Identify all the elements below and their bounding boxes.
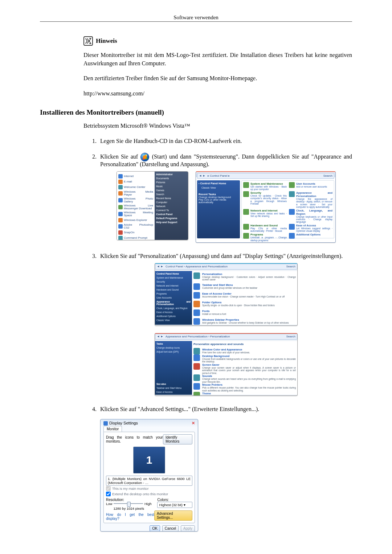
start-item[interactable]: Windows Explorer: [118, 218, 153, 222]
sidebar-link[interactable]: Ease of Access: [156, 311, 191, 313]
cp-category[interactable]: Network and InternetView network status …: [243, 209, 287, 223]
note-url: http://www.samsung.com/: [83, 89, 352, 98]
sidebar-link[interactable]: Change desktop icons: [156, 346, 191, 349]
start-right-item[interactable]: Network: [156, 205, 187, 208]
sidebar-link[interactable]: Control Panel Home: [156, 272, 191, 275]
start-right-item[interactable]: Music: [156, 185, 187, 188]
category-icon: [243, 224, 249, 230]
start-right-item[interactable]: Pictures: [156, 181, 187, 184]
address-bar[interactable]: ◄ ►Control Panel › Appearance and Person…: [155, 264, 297, 270]
entry-icon: [193, 383, 200, 390]
category-icon: [289, 209, 295, 215]
start-right-item[interactable]: Games: [156, 189, 187, 192]
step-2: Klicken Sie auf (Start) und dann "System…: [98, 153, 352, 243]
ok-button[interactable]: OK: [150, 525, 160, 532]
pers-entry[interactable]: Mouse PointersPick a different mouse poi…: [193, 383, 296, 392]
pers-entry[interactable]: Desktop BackgroundChoose from available …: [193, 354, 296, 363]
sidebar-link[interactable]: Adjust font size (DPI): [156, 350, 191, 353]
sidebar-link[interactable]: User Accounts: [156, 296, 191, 299]
sidebar-link[interactable]: Hardware and Sound: [156, 288, 191, 291]
cp-category[interactable]: Hardware and SoundPlay CDs or other medi…: [243, 224, 287, 232]
help-link[interactable]: How do I get the best display?: [106, 513, 154, 521]
colors-select[interactable]: Highest (32 bit) ▾: [157, 502, 192, 508]
step-4: Klicken Sie auf "Advanced Settings..." (…: [98, 406, 352, 532]
recent-task[interactable]: Play CDs or other media: [199, 198, 238, 201]
ap-entry[interactable]: FontsInstall or remove a font: [193, 309, 296, 316]
ap-entry[interactable]: Ease of Access CenterAccommodate low vis…: [193, 292, 296, 299]
start-right-item[interactable]: Recent Items: [156, 197, 187, 200]
monitor-preview[interactable]: 1: [133, 447, 165, 473]
start-item[interactable]: Windows Live Messenger Download: [118, 204, 153, 210]
start-item[interactable]: Windows Meeting Space: [118, 211, 153, 217]
sidebar-link[interactable]: Classic View: [156, 319, 191, 321]
start-right-item[interactable]: Search: [156, 193, 187, 196]
start-right-item[interactable]: Control Panel: [156, 213, 187, 216]
cp-category[interactable]: ProgramsUninstall a program · Change sta…: [243, 233, 287, 241]
start-item[interactable]: Internet: [118, 174, 153, 178]
cp-category[interactable]: Ease of AccessLet Windows suggest settin…: [289, 224, 332, 232]
ap-entry[interactable]: Taskbar and Start MenuCustomize and grou…: [193, 283, 296, 290]
sidebar-link[interactable]: Ease of Access: [156, 391, 191, 393]
cp-category[interactable]: User AccountsAdd or remove user accounts: [289, 182, 332, 190]
cp-category[interactable]: Appearance and PersonalizationChange the…: [289, 191, 332, 208]
start-item[interactable]: E-mail: [118, 180, 153, 184]
extend-desktop-checkbox[interactable]: Extend the desktop onto this monitor: [106, 492, 192, 496]
sidebar-link[interactable]: Security: [156, 280, 191, 283]
start-item[interactable]: Windows Media Player: [118, 190, 153, 196]
start-item[interactable]: Adobe Photoshop CS2: [118, 223, 153, 229]
pers-sidebar: Tasks Change desktop icons Adjust font s…: [155, 341, 192, 395]
apply-button[interactable]: Apply: [181, 525, 195, 532]
category-icon: [243, 191, 249, 197]
note-paragraph-2: Den zertifizierten Treiber finden Sie au…: [83, 74, 352, 82]
ap-entries: PersonalizationChange desktop background…: [192, 271, 297, 325]
monitor-select[interactable]: 1. (Multiple Monitors) on NVIDIA GeForce…: [106, 476, 192, 486]
close-icon[interactable]: ✕: [192, 421, 195, 426]
pers-heading: Personalize appearance and sounds: [193, 342, 296, 346]
start-right-item[interactable]: Computer: [156, 201, 187, 204]
address-bar[interactable]: ◄ ► ▸ Control Panel ▸ Search: [197, 173, 334, 179]
resolution-label: Resolution:: [106, 498, 151, 502]
entry-icon: [193, 301, 200, 307]
ap-entry[interactable]: Folder OptionsSpecify single- or double-…: [193, 301, 296, 307]
pers-entry[interactable]: ThemeChange the theme. Themes can change…: [193, 392, 296, 396]
start-item[interactable]: Command Prompt: [118, 236, 153, 240]
start-item[interactable]: SnapOn: [118, 230, 153, 235]
app-icon: [118, 212, 123, 216]
start-right-item[interactable]: Default Programs: [156, 217, 187, 219]
sidebar-link[interactable]: Additional Options: [156, 315, 191, 317]
cp-category[interactable]: SecurityCheck for updates · Check this c…: [243, 191, 287, 208]
cancel-button[interactable]: Cancel: [162, 525, 179, 532]
entry-icon: [193, 309, 200, 316]
advanced-settings-button[interactable]: Advanced Settings...: [154, 510, 192, 521]
start-item[interactable]: Windows Photo Gallery: [118, 197, 153, 203]
resolution-slider[interactable]: Low High: [106, 502, 151, 506]
ap-entry[interactable]: Windows Sidebar PropertiesAdd gadgets to…: [193, 318, 296, 325]
pers-entry[interactable]: SoundsChange which sounds are heard when…: [193, 374, 296, 383]
start-right-item[interactable]: Administrator: [156, 173, 187, 176]
start-item[interactable]: Welcome Center: [118, 185, 153, 189]
step-3: Klicken Sie auf "Personalization" (Anpas…: [98, 253, 352, 396]
sidebar-link[interactable]: Clock, Language, and Region: [156, 307, 191, 309]
cp-category[interactable]: Additional Options: [289, 233, 332, 241]
sidebar-link[interactable]: System and Maintenance: [156, 276, 191, 279]
address-bar[interactable]: ◄ ►Appearance and Personalization › Pers…: [155, 334, 297, 340]
recent-task[interactable]: Change desktop background: [199, 196, 238, 198]
pers-entry[interactable]: Screen SaverChange your screen saver or …: [193, 363, 296, 374]
tab-monitor[interactable]: Monitor: [103, 426, 122, 432]
cp-category[interactable]: System and MaintenanceGet started with W…: [243, 182, 287, 190]
recent-task[interactable]: automatically: [199, 201, 238, 204]
start-right-item[interactable]: Connect To: [156, 209, 187, 212]
app-icon: [118, 191, 123, 196]
screenshot-appearance-personalization: ◄ ►Control Panel › Appearance and Person…: [155, 263, 298, 326]
pers-entry[interactable]: Window Color and AppearanceFine tune the…: [193, 348, 296, 354]
sidebar-link[interactable]: Network and Internet: [156, 284, 191, 287]
identify-monitors-button[interactable]: Identify Monitors: [163, 434, 192, 444]
ap-entry[interactable]: PersonalizationChange desktop background…: [193, 272, 296, 281]
sidebar-link[interactable]: Programs: [156, 292, 191, 295]
sidebar-link[interactable]: Appearance and Personalization: [156, 300, 191, 305]
entry-icon: [193, 292, 200, 299]
cp-category[interactable]: Clock, Language, and RegionChange keyboa…: [289, 209, 332, 223]
start-right-item[interactable]: Documents: [156, 177, 187, 180]
start-right-item[interactable]: Help and Support: [156, 221, 187, 223]
sidebar-link[interactable]: Taskbar and Start Menu: [156, 387, 191, 389]
